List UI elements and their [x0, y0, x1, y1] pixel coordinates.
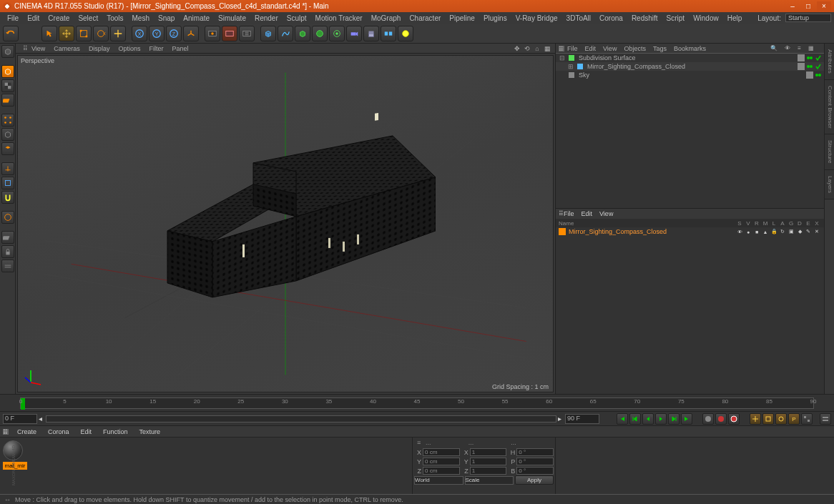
panel-grip-icon[interactable]: ⠿	[3, 429, 9, 435]
undo-button[interactable]	[3, 26, 19, 41]
minimize-button[interactable]: –	[785, 1, 800, 11]
make-editable[interactable]	[1, 45, 14, 58]
coord-system[interactable]	[183, 26, 199, 41]
layer-flag-S[interactable]: 👁	[735, 229, 744, 234]
layer-col-R[interactable]: R	[752, 220, 761, 227]
add-light[interactable]	[363, 26, 379, 41]
coord-mode-select[interactable]: Scale	[465, 476, 514, 485]
menu-select[interactable]: Select	[74, 14, 102, 22]
objmenu-view[interactable]: View	[603, 45, 617, 52]
expander-icon[interactable]: ⊞	[567, 63, 574, 70]
objpanel-icon-1[interactable]: 👁	[785, 45, 790, 51]
menu-script[interactable]: Script	[662, 14, 690, 22]
menu-tools[interactable]: Tools	[102, 14, 127, 22]
timeline-ruler[interactable]: 051015202530354045505560657075808590	[20, 397, 814, 409]
vmenu-view[interactable]: View	[27, 45, 49, 52]
play-backward[interactable]	[642, 413, 654, 425]
layer-color-swatch[interactable]	[559, 228, 566, 235]
key-param[interactable]: P	[788, 413, 800, 425]
key-scale[interactable]	[762, 413, 774, 425]
objpanel-icon-0[interactable]: 🔍	[770, 45, 777, 51]
layer-col-A[interactable]: A	[778, 220, 787, 227]
menu-window[interactable]: Window	[689, 14, 723, 22]
side-tab-attributes[interactable]: Attributes	[825, 44, 834, 80]
maximize-button[interactable]: □	[801, 1, 815, 11]
objpanel-icon-2[interactable]: ≡	[798, 45, 801, 51]
menu-3dtoall[interactable]: 3DToAll	[562, 14, 595, 22]
layer-dot-icon[interactable]	[798, 54, 805, 61]
rotate-tool[interactable]	[93, 26, 109, 41]
matmenu-create[interactable]: Create	[11, 428, 42, 435]
timeline[interactable]: 051015202530354045505560657075808590	[0, 394, 834, 411]
add-tag[interactable]	[398, 26, 413, 41]
texture-mode[interactable]	[1, 79, 14, 92]
viewport-nav-icon-3[interactable]: ▦	[543, 44, 551, 53]
object-row[interactable]: ⊟Subdivision Surface	[556, 54, 824, 62]
add-deformer[interactable]	[312, 26, 328, 41]
workplane-mode[interactable]	[1, 94, 14, 107]
object-name[interactable]: Sky	[577, 71, 805, 79]
scale-tool[interactable]	[76, 26, 92, 41]
objmenu-bookmarks[interactable]: Bookmarks	[674, 45, 706, 52]
layer-flag-M[interactable]: ▲	[761, 229, 770, 234]
deform-toggle[interactable]	[1, 211, 14, 224]
menu-pipeline[interactable]: Pipeline	[445, 14, 479, 22]
key-pla[interactable]	[801, 413, 813, 425]
layer-col-E[interactable]: E	[804, 220, 813, 227]
coord-apply-button[interactable]: Apply	[515, 475, 554, 485]
add-environment[interactable]	[329, 26, 345, 41]
model-mode[interactable]	[1, 65, 14, 78]
vmenu-panel[interactable]: Panel	[167, 45, 192, 52]
objpanel-icon-3[interactable]: ▦	[808, 45, 814, 51]
menu-redshift[interactable]: Redshift	[627, 14, 662, 22]
add-scene[interactable]	[381, 26, 396, 41]
move-tool[interactable]	[59, 26, 74, 41]
menu-motion-tracker[interactable]: Motion Tracker	[311, 14, 367, 22]
object-name[interactable]: Subdivision Surface	[577, 54, 797, 61]
point-mode[interactable]	[1, 114, 14, 127]
render-pv[interactable]	[222, 26, 237, 41]
range-slider[interactable]	[46, 415, 556, 423]
play-forward[interactable]	[655, 413, 667, 425]
menu-v-ray-bridge[interactable]: V-Ray Bridge	[511, 14, 562, 22]
coord-field-P[interactable]: 0 °	[516, 458, 554, 465]
objmenu-edit[interactable]: Edit	[585, 45, 597, 52]
menu-mesh[interactable]: Mesh	[128, 14, 154, 22]
panel-grip-icon[interactable]: ⠿	[559, 210, 564, 217]
menu-file[interactable]: File	[3, 14, 23, 22]
laymenu-edit[interactable]: Edit	[582, 210, 593, 217]
matmenu-corona[interactable]: Corona	[42, 428, 75, 435]
menu-animate[interactable]: Animate	[179, 14, 214, 22]
coord-field-Z[interactable]: 0 cm	[423, 467, 460, 475]
range-start-field[interactable]: 0 F	[3, 414, 37, 424]
matmenu-edit[interactable]: Edit	[75, 428, 98, 435]
visibility-dots-icon[interactable]	[806, 63, 813, 70]
record-button[interactable]	[702, 413, 714, 425]
layer-dot-icon[interactable]	[798, 63, 805, 70]
add-spline[interactable]	[278, 26, 293, 41]
coord-field-H[interactable]: 0 °	[516, 448, 554, 456]
vmenu-options[interactable]: Options	[114, 45, 144, 52]
layer-flag-X[interactable]: ✕	[813, 229, 821, 234]
objmenu-objects[interactable]: Objects	[624, 45, 646, 52]
matmenu-function[interactable]: Function	[97, 428, 134, 435]
object-name[interactable]: Mirror_Sighting_Compass_Closed	[586, 63, 797, 70]
menu-help[interactable]: Help	[723, 14, 747, 22]
z-axis-lock[interactable]: Z	[166, 26, 182, 41]
viewport-nav-icon-1[interactable]: ⟲	[523, 44, 531, 53]
objmenu-tags[interactable]: Tags	[653, 45, 667, 52]
menu-create[interactable]: Create	[44, 14, 74, 22]
coord-field-Z[interactable]: 1	[470, 467, 507, 475]
layer-flag-V[interactable]: ●	[744, 229, 752, 234]
render-settings[interactable]	[239, 26, 255, 41]
key-rot[interactable]	[775, 413, 787, 425]
layer-flag-A[interactable]: ↻	[778, 229, 787, 234]
menu-render[interactable]: Render	[250, 14, 283, 22]
range-end-field[interactable]: 90 F	[565, 414, 599, 424]
menu-mograph[interactable]: MoGraph	[367, 14, 406, 22]
y-axis-lock[interactable]: Y	[149, 26, 165, 41]
layer-flag-E[interactable]: ✎	[804, 229, 813, 234]
render-view[interactable]	[205, 26, 220, 41]
coord-field-B[interactable]: 0 °	[516, 467, 554, 475]
add-generator[interactable]	[295, 26, 310, 41]
